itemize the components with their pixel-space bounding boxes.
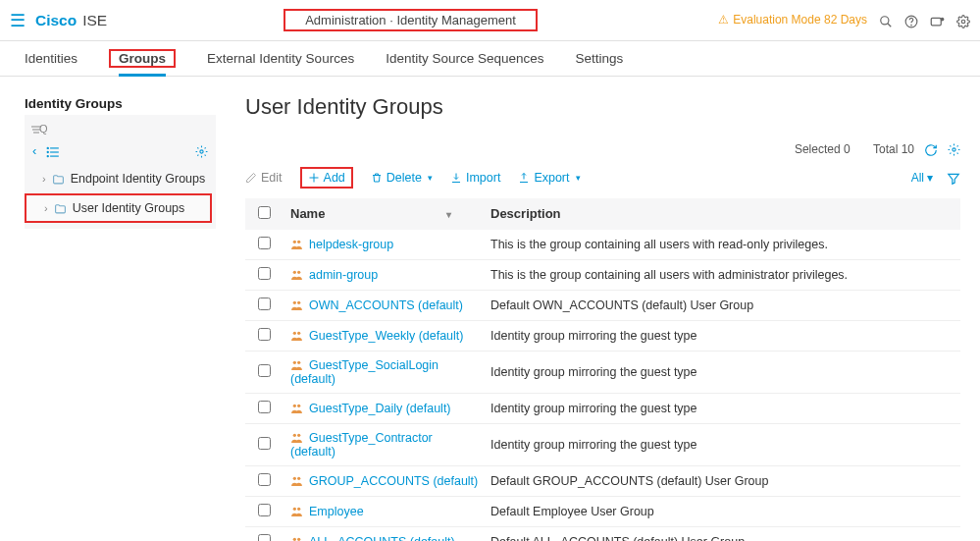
filter-icon[interactable] [947, 169, 960, 185]
settings-icon[interactable] [956, 12, 970, 27]
group-name-link[interactable]: Employee [309, 505, 364, 518]
sort-icon: ▾ [446, 209, 451, 220]
table-settings-icon[interactable] [948, 141, 960, 156]
import-button[interactable]: Import [450, 171, 500, 185]
group-icon [290, 298, 303, 312]
product-name: ISE [82, 12, 107, 29]
row-checkbox[interactable] [258, 437, 271, 450]
group-icon [290, 238, 303, 251]
svg-point-33 [297, 434, 300, 437]
row-checkbox[interactable] [258, 534, 271, 541]
sidebar-tree-icon[interactable] [46, 143, 60, 158]
eval-text: Evaluation Mode 82 Days [733, 13, 867, 27]
table-row[interactable]: EmployeeDefault Employee User Group [245, 496, 960, 526]
table-row[interactable]: ALL_ACCOUNTS (default)Default ALL_ACCOUN… [245, 526, 960, 541]
svg-point-36 [293, 508, 296, 511]
group-name-link[interactable]: OWN_ACCOUNTS (default) [309, 298, 463, 312]
page-title: User Identity Groups [245, 94, 960, 120]
delete-button[interactable]: Delete ▾ [371, 171, 433, 185]
row-checkbox[interactable] [258, 364, 271, 377]
group-description: Identity group mirroring the guest type [489, 351, 960, 393]
folder-icon [52, 172, 65, 186]
add-button[interactable]: Add [308, 171, 345, 185]
main-content: User Identity Groups Selected 0 Total 10… [226, 77, 980, 541]
group-name-link[interactable]: admin-group [309, 268, 378, 282]
header-right: ⚠ Evaluation Mode 82 Days [718, 12, 970, 27]
svg-point-15 [48, 155, 49, 156]
table-row[interactable]: GuestType_Contractor (default)Identity g… [245, 423, 960, 465]
warning-icon: ⚠ [718, 13, 729, 27]
sidebar-panel: Q ‹ › Endpoint Identity Groups [25, 115, 216, 229]
group-name-link[interactable]: helpdesk-group [309, 238, 393, 251]
svg-point-0 [881, 16, 889, 24]
breadcrumb: Administration · Identity Management [284, 9, 538, 31]
svg-point-32 [293, 434, 296, 437]
tree-label: User Identity Groups [73, 201, 185, 215]
group-icon [290, 535, 303, 541]
search-icon[interactable] [879, 12, 893, 27]
group-description: Identity group mirroring the guest type [489, 320, 960, 351]
table-row[interactable]: OWN_ACCOUNTS (default)Default OWN_ACCOUN… [245, 290, 960, 320]
table-row[interactable]: GuestType_Weekly (default)Identity group… [245, 320, 960, 351]
selection-summary: Selected 0 Total 10 [245, 141, 960, 157]
svg-point-30 [293, 405, 296, 407]
group-name-link[interactable]: GROUP_ACCOUNTS (default) [309, 474, 478, 488]
column-name[interactable]: Name ▾ [283, 198, 489, 230]
svg-point-5 [941, 17, 945, 21]
refresh-icon[interactable] [924, 141, 938, 157]
table-row[interactable]: GuestType_SocialLogin (default)Identity … [245, 351, 960, 393]
sidebar-search[interactable]: Q [25, 119, 216, 137]
table-row[interactable]: GROUP_ACCOUNTS (default)Default GROUP_AC… [245, 465, 960, 496]
menu-icon[interactable]: ☰ [10, 10, 26, 31]
row-checkbox[interactable] [258, 473, 271, 486]
tab-identity-source-sequences[interactable]: Identity Source Sequences [386, 43, 543, 74]
group-name-link[interactable]: GuestType_Weekly (default) [309, 329, 463, 343]
brand-name: Cisco [35, 12, 77, 29]
svg-point-25 [297, 301, 300, 304]
row-checkbox[interactable] [258, 504, 271, 516]
folder-icon [54, 201, 67, 215]
svg-point-3 [911, 25, 912, 26]
sidebar-item-highlight: › User Identity Groups [25, 193, 212, 223]
sidebar-gear-icon[interactable] [195, 143, 208, 158]
help-icon[interactable] [904, 12, 918, 27]
tab-external-identity-sources[interactable]: External Identity Sources [207, 43, 354, 74]
tab-identities[interactable]: Identities [25, 43, 77, 74]
group-icon [290, 474, 303, 488]
svg-line-1 [888, 23, 892, 27]
row-checkbox[interactable] [258, 328, 271, 341]
sidebar-back-icon[interactable]: ‹ [32, 143, 36, 158]
tab-settings[interactable]: Settings [576, 43, 624, 74]
group-name-link[interactable]: GuestType_SocialLogin (default) [290, 358, 438, 386]
export-button[interactable]: Export ▾ [518, 171, 580, 185]
group-name-link[interactable]: GuestType_Contractor (default) [290, 431, 433, 459]
sidebar-item-user-identity-groups[interactable]: › User Identity Groups [26, 195, 210, 221]
svg-point-16 [200, 150, 203, 153]
group-name-link[interactable]: GuestType_Daily (default) [309, 402, 451, 415]
row-checkbox[interactable] [258, 267, 271, 280]
column-description[interactable]: Description [489, 198, 960, 230]
table-row[interactable]: helpdesk-groupThis is the group containi… [245, 230, 960, 260]
svg-point-29 [297, 361, 300, 364]
edit-button[interactable]: Edit [245, 171, 283, 185]
all-filter-button[interactable]: All ▾ [911, 171, 933, 185]
group-description: Identity group mirroring the guest type [489, 423, 960, 465]
svg-point-13 [48, 147, 49, 148]
chevron-down-icon: ▾ [428, 173, 433, 183]
chevron-down-icon: ▾ [576, 173, 581, 183]
group-description: Default Employee User Group [489, 496, 960, 526]
table-row[interactable]: admin-groupThis is the group containing … [245, 259, 960, 290]
table-row[interactable]: GuestType_Daily (default)Identity group … [245, 393, 960, 423]
group-icon [290, 431, 303, 445]
notifications-icon[interactable] [930, 12, 945, 27]
select-all-checkbox[interactable] [258, 206, 271, 219]
sidebar-toolbar: ‹ [25, 137, 216, 166]
tab-groups[interactable]: Groups [119, 43, 166, 77]
table-toolbar: Edit Add Delete ▾ Import Export ▾ [245, 161, 960, 198]
sidebar-item-endpoint-identity-groups[interactable]: › Endpoint Identity Groups [25, 166, 216, 191]
group-name-link[interactable]: ALL_ACCOUNTS (default) [309, 535, 455, 541]
nav-tabs: Identities Groups External Identity Sour… [0, 41, 980, 77]
row-checkbox[interactable] [258, 401, 271, 413]
row-checkbox[interactable] [258, 237, 271, 249]
row-checkbox[interactable] [258, 298, 271, 310]
